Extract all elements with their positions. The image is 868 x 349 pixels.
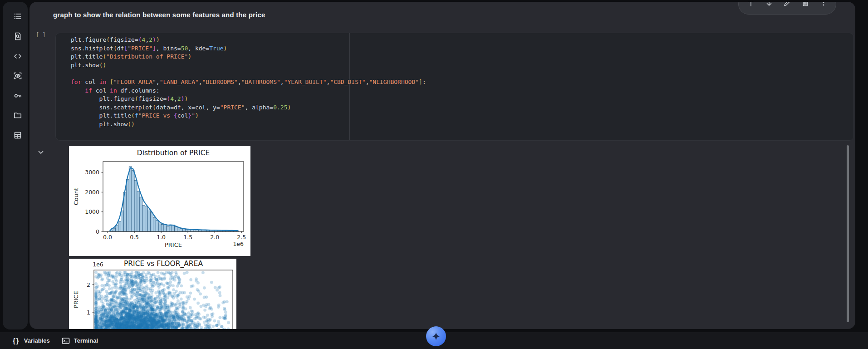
svg-text:3000: 3000 <box>85 169 99 176</box>
svg-text:PRICE vs FLOOR_AREA: PRICE vs FLOOR_AREA <box>124 260 203 268</box>
table-of-contents-icon[interactable] <box>10 8 26 25</box>
gemini-spark-icon <box>431 331 441 341</box>
terminal-button[interactable]: Terminal <box>62 337 98 344</box>
scatter-chart: 12PRICE vs FLOOR_AREA1e6PRICE <box>69 259 236 329</box>
svg-text:2.5: 2.5 <box>237 234 246 241</box>
move-cell-up-icon[interactable] <box>745 2 757 12</box>
histogram-chart: 0.00.51.01.52.02.50100020003000Distribut… <box>69 146 250 256</box>
code-snippets-icon[interactable] <box>10 48 26 64</box>
code-lines[interactable]: plt.figure(figsize=(4,2))sns.histplot(df… <box>71 36 426 129</box>
secrets-key-icon[interactable] <box>10 88 26 104</box>
delete-icon[interactable] <box>799 2 811 12</box>
cell-toolbar <box>738 2 836 15</box>
execution-indicator[interactable]: [ ] <box>36 32 46 38</box>
code-cell[interactable]: plt.figure(figsize=(4,2))sns.histplot(df… <box>55 33 854 141</box>
svg-text:Count: Count <box>73 188 79 206</box>
svg-text:2.0: 2.0 <box>210 234 219 241</box>
colab-window: graph to show the relation between some … <box>0 0 868 349</box>
files-folder-icon[interactable] <box>10 107 26 123</box>
svg-text:1000: 1000 <box>85 208 99 215</box>
terminal-icon <box>62 337 70 344</box>
svg-text:0: 0 <box>96 228 99 235</box>
variables-label: Variables <box>24 337 50 344</box>
svg-text:0.0: 0.0 <box>103 234 112 241</box>
move-cell-down-icon[interactable] <box>763 2 775 12</box>
find-replace-icon[interactable] <box>10 28 26 44</box>
notebook-panel: graph to show the relation between some … <box>29 2 855 329</box>
eye-scan-icon[interactable] <box>10 68 26 84</box>
svg-text:1.5: 1.5 <box>183 234 192 241</box>
cell-title: graph to show the relation between some … <box>53 11 265 19</box>
scatter-figure: 12PRICE vs FLOOR_AREA1e6PRICE <box>69 259 236 329</box>
svg-text:Distribution of PRICE: Distribution of PRICE <box>137 149 210 157</box>
svg-text:1: 1 <box>87 309 90 316</box>
terminal-label: Terminal <box>74 337 98 344</box>
svg-text:1.0: 1.0 <box>157 234 166 241</box>
table-grid-icon[interactable] <box>10 127 26 143</box>
gemini-spark-button[interactable] <box>426 326 446 346</box>
svg-text:0.5: 0.5 <box>130 234 139 241</box>
bottom-bar: {} Variables Terminal <box>0 332 868 349</box>
svg-text:2000: 2000 <box>85 189 99 196</box>
svg-text:1e6: 1e6 <box>233 241 244 247</box>
output-collapse-chevron[interactable] <box>36 148 46 158</box>
output-scrollbar[interactable] <box>847 145 849 322</box>
braces-icon: {} <box>13 337 20 344</box>
variables-button[interactable]: {} Variables <box>13 337 50 344</box>
histogram-figure: 0.00.51.01.52.02.50100020003000Distribut… <box>69 146 250 256</box>
svg-text:2: 2 <box>87 281 90 288</box>
more-options-icon[interactable] <box>818 2 829 12</box>
left-sidebar <box>3 2 28 329</box>
svg-text:PRICE: PRICE <box>165 241 182 248</box>
edit-icon[interactable] <box>781 2 793 12</box>
svg-text:1e6: 1e6 <box>93 261 103 268</box>
svg-text:PRICE: PRICE <box>73 291 79 308</box>
